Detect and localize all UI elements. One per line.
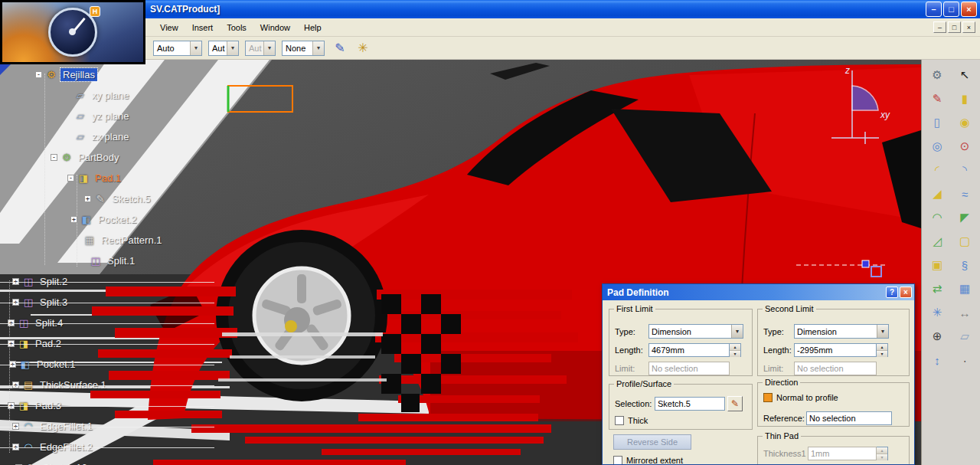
toolbar-combo[interactable]: Aut	[245, 41, 276, 56]
tree-item-label[interactable]: Rejillas	[60, 68, 97, 81]
slot-icon[interactable]: ◝	[955, 161, 975, 179]
tree-item-label[interactable]: Split.1	[105, 254, 137, 267]
tree-item[interactable]: + ◨ Pad.3	[0, 395, 237, 416]
tree-item-label[interactable]: Pad.2	[33, 337, 64, 350]
tree-item-label[interactable]: EdgeFillet.1	[38, 420, 95, 433]
chevron-down-icon[interactable]	[877, 325, 888, 338]
tree-expander[interactable]: -	[35, 71, 42, 78]
sketch-icon[interactable]: ✎	[927, 90, 947, 108]
tree-item-label[interactable]: zx plane	[90, 130, 131, 143]
mdi-close-button[interactable]: ×	[962, 21, 975, 33]
shaft-icon[interactable]: ◉	[955, 113, 975, 132]
tree-item[interactable]: ▱ yz plane	[0, 106, 237, 126]
tree-item[interactable]: + ✎ Sketch.16	[0, 457, 237, 465]
dialog-close-button[interactable]: ×	[900, 287, 912, 298]
tree-expander[interactable]: +	[12, 444, 19, 450]
tree-item[interactable]: + ◠ EdgeFillet.2	[0, 437, 237, 457]
minimize-button[interactable]: –	[926, 2, 942, 17]
first-limit-length-input[interactable]	[648, 343, 730, 357]
tree-item[interactable]: + ◫ Split.2	[0, 271, 237, 292]
pad-icon[interactable]: ▮	[955, 90, 975, 108]
loft-icon[interactable]: ≈	[955, 185, 975, 203]
tree-item-label[interactable]: RectPattern.1	[99, 234, 165, 247]
tree-item-label[interactable]: Split.4	[33, 316, 65, 329]
rib-icon[interactable]: ◜	[927, 161, 947, 179]
tree-expander[interactable]: +	[12, 381, 19, 388]
sketch-button[interactable]	[727, 396, 743, 411]
tree-item-label[interactable]: Pad.3	[33, 399, 64, 412]
close-button[interactable]: ×	[961, 2, 977, 17]
chamfer-icon[interactable]: ◤	[955, 208, 975, 227]
menu-item[interactable]: Help	[297, 20, 328, 35]
tree-item-label[interactable]: PartBody	[76, 151, 121, 164]
shell-icon[interactable]: ▢	[955, 232, 975, 251]
point-icon[interactable]: ∙	[955, 351, 975, 369]
tree-item[interactable]: - ◨ Pad.1	[0, 168, 237, 188]
dialog-title-bar[interactable]: Pad Definition ? ×	[603, 284, 914, 300]
menu-item[interactable]: View	[153, 20, 185, 35]
tree-item[interactable]: - ⚙ Rejillas	[0, 64, 237, 85]
toolbar-combo[interactable]: Auto	[153, 41, 202, 56]
tree-expander[interactable]: +	[8, 319, 15, 326]
select-arrow-icon[interactable]: ↖	[955, 66, 975, 84]
tree-item-label[interactable]: Pad.1	[93, 172, 123, 185]
chevron-down-icon[interactable]	[190, 41, 201, 55]
tree-item-label[interactable]: Sketch.5	[109, 192, 153, 205]
maximize-button[interactable]: □	[943, 2, 959, 17]
tree-item-label[interactable]: Split.2	[38, 275, 70, 288]
chevron-down-icon[interactable]	[263, 41, 275, 55]
toolbar-combo[interactable]: None	[282, 41, 325, 56]
tree-item[interactable]: ▦ RectPattern.1	[0, 230, 237, 251]
second-limit-length-input[interactable]	[794, 343, 877, 357]
direction-reference-input[interactable]	[806, 411, 892, 425]
tree-item-label[interactable]: xy plane	[90, 89, 131, 102]
tree-item-label[interactable]: yz plane	[90, 110, 131, 123]
tree-expander[interactable]: +	[84, 195, 91, 202]
chevron-down-icon[interactable]	[731, 325, 743, 338]
tree-expander[interactable]: +	[12, 299, 19, 306]
mdi-minimize-button[interactable]: –	[933, 21, 946, 33]
mirror-icon[interactable]: ⇄	[927, 280, 947, 298]
tree-item[interactable]: - ⚙ PartBody	[0, 147, 237, 168]
tree-item-label[interactable]: Pocket.2	[96, 213, 139, 226]
thickness-icon[interactable]: ▣	[927, 256, 947, 274]
menu-item[interactable]: Tools	[220, 20, 253, 35]
tree-expander[interactable]: -	[67, 175, 74, 182]
tree-item[interactable]: ▱ xy plane	[0, 85, 237, 106]
tree-expander[interactable]: +	[8, 402, 15, 409]
tree-item[interactable]: ◫ Split.1	[0, 251, 237, 271]
stiffener-icon[interactable]: ◢	[927, 185, 947, 203]
tree-item[interactable]: + ◧ Pocket.1	[0, 354, 237, 375]
circ-pattern-icon[interactable]: ✳	[927, 303, 947, 322]
plane-icon[interactable]: ▱	[955, 327, 975, 345]
dialog-help-button[interactable]: ?	[886, 287, 898, 298]
tree-expander[interactable]: +	[12, 423, 19, 430]
tree-item-label[interactable]: Pocket.1	[34, 358, 78, 371]
second-limit-type-select[interactable]: Dimension	[794, 324, 889, 339]
profile-selection-input[interactable]	[655, 397, 725, 411]
tree-item[interactable]: + ◨ Pad.2	[0, 333, 237, 354]
paint-tool-icon[interactable]: ✳	[354, 39, 372, 57]
thread-icon[interactable]: §	[955, 256, 975, 274]
tree-expander[interactable]: +	[8, 340, 15, 347]
tree-expander[interactable]: +	[12, 278, 19, 285]
scale-icon[interactable]: ↔	[955, 303, 975, 322]
tree-expander[interactable]: +	[70, 216, 77, 223]
pocket-icon[interactable]: ▯	[927, 113, 947, 132]
menu-item[interactable]: Insert	[185, 20, 220, 35]
rect-pattern-icon[interactable]: ▦	[955, 280, 975, 298]
tree-expander[interactable]: -	[51, 154, 57, 161]
tree-item[interactable]: + ▤ ThickSurface.1	[0, 375, 237, 395]
tree-item[interactable]: + ◫ Split.3	[0, 292, 237, 313]
mirrored-extent-checkbox[interactable]	[613, 456, 622, 465]
tree-item[interactable]: ▱ zx plane	[0, 126, 237, 147]
axis-icon[interactable]: ↕	[927, 351, 947, 369]
tree-item-label[interactable]: EdgeFillet.2	[38, 440, 95, 454]
tree-expander[interactable]: +	[9, 361, 16, 368]
second-limit-length-spinner[interactable]	[877, 343, 888, 357]
tree-item[interactable]: + ✎ Sketch.5	[0, 188, 237, 209]
normal-to-profile-checkbox[interactable]	[763, 393, 773, 402]
draft-icon[interactable]: ◿	[927, 232, 947, 251]
chevron-down-icon[interactable]	[312, 41, 324, 55]
first-limit-type-select[interactable]: Dimension	[648, 324, 743, 339]
